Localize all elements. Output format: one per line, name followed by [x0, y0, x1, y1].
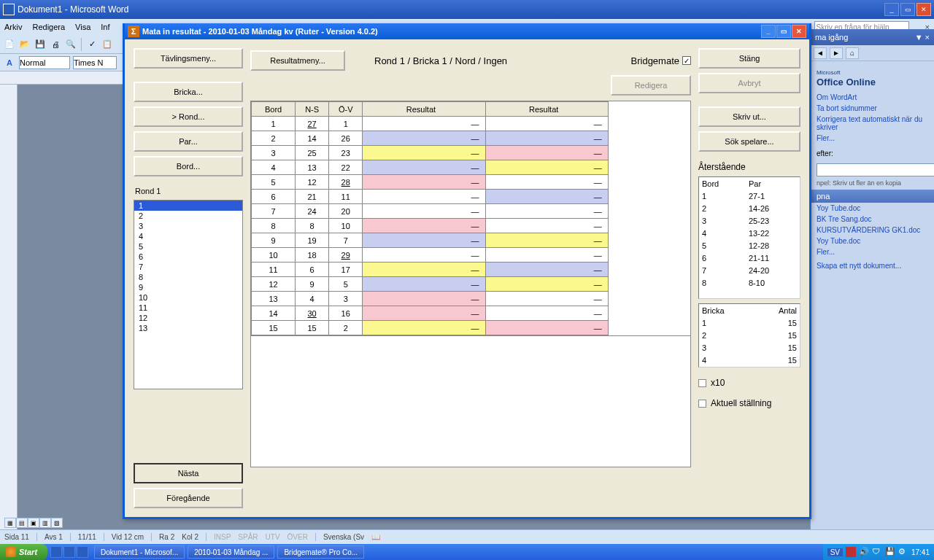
list-item[interactable]: 512-28: [699, 239, 800, 252]
taskpane-link[interactable]: Korrigera text automatiskt när du skrive…: [817, 114, 928, 133]
list-item[interactable]: 724-20: [699, 264, 800, 276]
paste-icon[interactable]: 📋: [101, 38, 114, 51]
x10-checkbox[interactable]: x10: [698, 378, 800, 388]
table-row[interactable]: 9197——: [252, 233, 682, 248]
preview-icon[interactable]: 🔍: [64, 38, 77, 51]
table-row[interactable]: 11617——: [252, 262, 682, 277]
rond-item[interactable]: 8: [134, 272, 242, 282]
new-document-link[interactable]: Skapa ett nytt dokument...: [817, 260, 928, 271]
back-icon[interactable]: ◄: [814, 47, 827, 59]
rond-item[interactable]: 6: [134, 252, 242, 262]
list-item[interactable]: 215: [699, 329, 800, 341]
tray-ati-icon[interactable]: [846, 547, 856, 557]
nasta-button[interactable]: Nästa: [134, 463, 243, 483]
ql-ie-icon[interactable]: [50, 546, 62, 558]
tray-icon[interactable]: 🔊: [859, 547, 869, 557]
view-reading-icon[interactable]: ▧: [51, 518, 63, 528]
tray-icon[interactable]: 🛡: [872, 547, 882, 557]
status-book-icon[interactable]: 📖: [371, 533, 380, 541]
stang-button[interactable]: Stäng: [698, 48, 800, 69]
rond-item[interactable]: 3: [134, 221, 242, 231]
bricka-list[interactable]: BrickaAntal 115215315415: [698, 303, 800, 368]
home-icon[interactable]: ⌂: [846, 47, 859, 59]
ql-desktop-icon[interactable]: [63, 546, 75, 558]
table-row[interactable]: 15152——: [252, 321, 682, 335]
table-row[interactable]: 21426——: [252, 131, 682, 146]
redigera-button[interactable]: Redigera: [611, 75, 691, 96]
print-icon[interactable]: 🖨: [49, 38, 62, 51]
menu-visa[interactable]: Visa: [75, 23, 90, 31]
avbryt-button[interactable]: Avbryt: [698, 73, 800, 93]
table-row[interactable]: 51228——: [252, 175, 682, 190]
table-row[interactable]: 41322——: [252, 160, 682, 175]
rond-item[interactable]: 1: [134, 201, 242, 211]
table-row[interactable]: 1271——: [252, 117, 682, 131]
resultatmeny-button[interactable]: Resultatmeny...: [250, 50, 345, 71]
list-item[interactable]: 621-11: [699, 252, 800, 264]
close-icon[interactable]: ✕: [916, 3, 931, 16]
list-item[interactable]: 115: [699, 316, 800, 329]
ql-app-icon[interactable]: [77, 546, 88, 558]
rond-item[interactable]: 2: [134, 211, 242, 221]
view-outline-icon[interactable]: ▥: [39, 518, 51, 528]
taskpane-search-input[interactable]: [817, 163, 934, 176]
rond-item[interactable]: 4: [134, 231, 242, 241]
rond-item[interactable]: 13: [134, 323, 242, 333]
rond-button[interactable]: > Rond...: [134, 106, 243, 127]
table-row[interactable]: 62111——: [252, 190, 682, 204]
table-row[interactable]: 32523——: [252, 146, 682, 160]
minimize-icon[interactable]: _: [761, 25, 776, 38]
skrivut-button[interactable]: Skriv ut...: [698, 106, 800, 127]
recent-doc-link[interactable]: Yoy Tube.doc: [817, 203, 928, 214]
taskbar-word[interactable]: Dokument1 - Microsof...: [94, 545, 185, 559]
rond-item[interactable]: 7: [134, 262, 242, 272]
font-select[interactable]: [73, 56, 117, 69]
remaining-list[interactable]: BordPar 127-1214-26325-23413-22512-28621…: [698, 176, 800, 299]
sokspelare-button[interactable]: Sök spelare...: [698, 131, 800, 152]
bord-button[interactable]: Bord...: [134, 156, 243, 176]
bricka-button[interactable]: Bricka...: [134, 82, 243, 102]
taskbar-bridgemate[interactable]: Bridgemate® Pro Co...: [277, 545, 364, 559]
start-button[interactable]: Start: [0, 544, 47, 560]
taskpane-link[interactable]: Om WordArt: [817, 92, 928, 103]
recent-doc-link[interactable]: BK Tre Sang.doc: [817, 214, 928, 225]
recent-doc-link[interactable]: Yoy Tube.doc: [817, 236, 928, 246]
rond-item[interactable]: 5: [134, 241, 242, 252]
foregaende-button[interactable]: Föregående: [134, 488, 243, 508]
list-item[interactable]: 127-1: [699, 190, 800, 202]
table-row[interactable]: 1343——: [252, 292, 682, 306]
recent-doc-link[interactable]: KURSUTVÄRDERING GK1.doc: [817, 225, 928, 236]
maximize-icon[interactable]: ▭: [776, 25, 791, 38]
new-icon[interactable]: 📄: [3, 38, 16, 51]
style-select[interactable]: [19, 56, 70, 69]
table-row[interactable]: 143016——: [252, 306, 682, 321]
minimize-icon[interactable]: _: [884, 3, 899, 16]
menu-arkiv[interactable]: Arkiv: [4, 23, 22, 31]
rond-item[interactable]: 11: [134, 303, 242, 313]
rond-item[interactable]: 12: [134, 313, 242, 323]
list-item[interactable]: 415: [699, 354, 800, 366]
rond-item[interactable]: 9: [134, 282, 242, 292]
close-icon[interactable]: ✕: [792, 25, 806, 38]
tray-icon[interactable]: 💾: [885, 547, 895, 557]
rond-item[interactable]: 10: [134, 292, 242, 303]
table-row[interactable]: 101829——: [252, 248, 682, 262]
menu-infoga[interactable]: Inf: [101, 23, 109, 31]
aktuell-checkbox[interactable]: Aktuell ställning: [698, 398, 800, 408]
table-row[interactable]: 72420——: [252, 204, 682, 219]
list-item[interactable]: 413-22: [699, 227, 800, 239]
tavlingsmeny-button[interactable]: Tävlingsmeny...: [134, 48, 243, 69]
list-item[interactable]: 214-26: [699, 202, 800, 214]
list-item[interactable]: 315: [699, 341, 800, 354]
table-row[interactable]: 1295——: [252, 277, 682, 292]
spell-icon[interactable]: ✓: [85, 38, 99, 51]
tray-icon[interactable]: ⚙: [898, 547, 908, 557]
open-icon[interactable]: 📂: [18, 38, 31, 51]
forward-icon[interactable]: ►: [830, 47, 843, 59]
taskpane-link[interactable]: Fler...: [817, 133, 928, 144]
list-item[interactable]: 88-10: [699, 276, 800, 289]
par-button[interactable]: Par...: [134, 131, 243, 152]
table-row[interactable]: 8810——: [252, 219, 682, 233]
recent-doc-link[interactable]: Fler...: [817, 246, 928, 257]
save-icon[interactable]: 💾: [34, 38, 47, 51]
